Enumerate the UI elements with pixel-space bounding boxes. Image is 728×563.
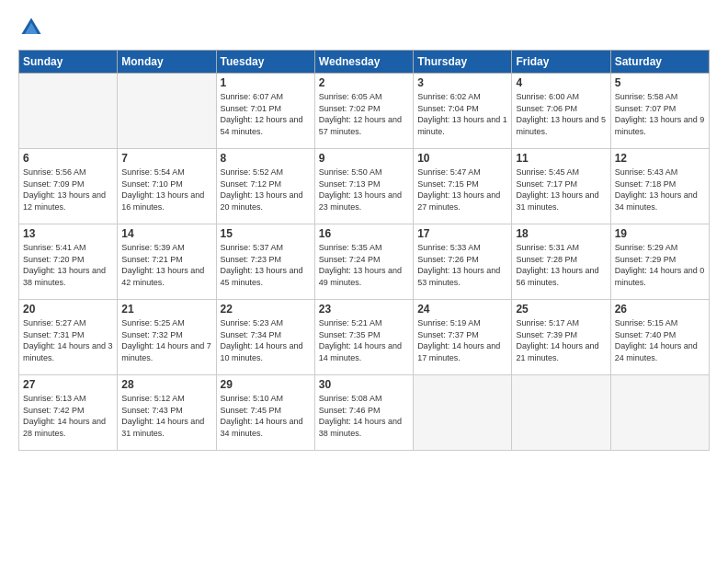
day-number: 17 — [417, 227, 507, 240]
day-number: 15 — [221, 227, 311, 240]
day-info: Sunrise: 5:15 AMSunset: 7:40 PMDaylight:… — [615, 317, 705, 363]
calendar-row: 1 Sunrise: 6:07 AMSunset: 7:01 PMDayligh… — [19, 74, 710, 149]
header-thursday: Thursday — [414, 51, 512, 74]
day-cell-5: 5 Sunrise: 5:58 AMSunset: 7:07 PMDayligh… — [610, 74, 709, 149]
day-info: Sunrise: 5:23 AMSunset: 7:34 PMDaylight:… — [221, 317, 311, 363]
day-info: Sunrise: 5:33 AMSunset: 7:26 PMDaylight:… — [417, 242, 507, 288]
weekday-header-row: Sunday Monday Tuesday Wednesday Thursday… — [19, 51, 710, 74]
day-number: 24 — [417, 303, 507, 316]
day-number: 23 — [319, 303, 409, 316]
day-number: 14 — [121, 227, 211, 240]
day-info: Sunrise: 6:07 AMSunset: 7:01 PMDaylight:… — [221, 91, 311, 137]
day-cell-15: 15 Sunrise: 5:37 AMSunset: 7:23 PMDaylig… — [216, 224, 314, 300]
day-number: 28 — [121, 378, 211, 391]
day-number: 29 — [221, 378, 311, 391]
day-info: Sunrise: 5:47 AMSunset: 7:15 PMDaylight:… — [417, 167, 507, 213]
day-info: Sunrise: 5:19 AMSunset: 7:37 PMDaylight:… — [417, 317, 507, 363]
day-number: 25 — [516, 303, 606, 316]
empty-cell — [118, 74, 216, 149]
day-cell-24: 24 Sunrise: 5:19 AMSunset: 7:37 PMDaylig… — [414, 300, 512, 375]
day-cell-4: 4 Sunrise: 6:00 AMSunset: 7:06 PMDayligh… — [512, 74, 610, 149]
day-cell-13: 13 Sunrise: 5:41 AMSunset: 7:20 PMDaylig… — [19, 224, 118, 300]
day-info: Sunrise: 5:08 AMSunset: 7:46 PMDaylight:… — [319, 393, 409, 439]
day-cell-7: 7 Sunrise: 5:54 AMSunset: 7:10 PMDayligh… — [118, 149, 216, 224]
day-info: Sunrise: 5:27 AMSunset: 7:31 PMDaylight:… — [23, 317, 113, 363]
day-info: Sunrise: 5:35 AMSunset: 7:24 PMDaylight:… — [319, 242, 409, 288]
day-cell-8: 8 Sunrise: 5:52 AMSunset: 7:12 PMDayligh… — [216, 149, 314, 224]
day-info: Sunrise: 5:50 AMSunset: 7:13 PMDaylight:… — [319, 167, 409, 213]
calendar-row: 20 Sunrise: 5:27 AMSunset: 7:31 PMDaylig… — [19, 300, 710, 375]
calendar-row: 13 Sunrise: 5:41 AMSunset: 7:20 PMDaylig… — [19, 224, 710, 300]
header-saturday: Saturday — [610, 51, 709, 74]
header-monday: Monday — [118, 51, 216, 74]
day-info: Sunrise: 5:58 AMSunset: 7:07 PMDaylight:… — [615, 91, 705, 137]
day-info: Sunrise: 5:52 AMSunset: 7:12 PMDaylight:… — [221, 167, 311, 213]
day-cell-30: 30 Sunrise: 5:08 AMSunset: 7:46 PMDaylig… — [314, 375, 413, 451]
day-number: 9 — [319, 152, 409, 165]
day-info: Sunrise: 6:02 AMSunset: 7:04 PMDaylight:… — [417, 91, 507, 137]
day-cell-9: 9 Sunrise: 5:50 AMSunset: 7:13 PMDayligh… — [314, 149, 413, 224]
day-number: 21 — [121, 303, 211, 316]
day-info: Sunrise: 5:56 AMSunset: 7:09 PMDaylight:… — [23, 167, 113, 213]
calendar-row: 27 Sunrise: 5:13 AMSunset: 7:42 PMDaylig… — [19, 375, 710, 451]
day-cell-25: 25 Sunrise: 5:17 AMSunset: 7:39 PMDaylig… — [512, 300, 610, 375]
empty-cell — [610, 375, 709, 451]
day-number: 4 — [516, 76, 606, 89]
day-info: Sunrise: 5:29 AMSunset: 7:29 PMDaylight:… — [615, 242, 705, 288]
day-cell-18: 18 Sunrise: 5:31 AMSunset: 7:28 PMDaylig… — [512, 224, 610, 300]
day-cell-28: 28 Sunrise: 5:12 AMSunset: 7:43 PMDaylig… — [118, 375, 216, 451]
day-number: 30 — [319, 378, 409, 391]
day-info: Sunrise: 5:54 AMSunset: 7:10 PMDaylight:… — [121, 167, 211, 213]
page: Sunday Monday Tuesday Wednesday Thursday… — [0, 0, 728, 563]
day-number: 6 — [23, 152, 113, 165]
day-info: Sunrise: 6:00 AMSunset: 7:06 PMDaylight:… — [516, 91, 606, 137]
day-info: Sunrise: 5:10 AMSunset: 7:45 PMDaylight:… — [221, 393, 311, 439]
header-friday: Friday — [512, 51, 610, 74]
day-cell-26: 26 Sunrise: 5:15 AMSunset: 7:40 PMDaylig… — [610, 300, 709, 375]
calendar-row: 6 Sunrise: 5:56 AMSunset: 7:09 PMDayligh… — [19, 149, 710, 224]
header-wednesday: Wednesday — [314, 51, 413, 74]
day-number: 20 — [23, 303, 113, 316]
day-number: 8 — [221, 152, 311, 165]
day-cell-10: 10 Sunrise: 5:47 AMSunset: 7:15 PMDaylig… — [414, 149, 512, 224]
day-cell-6: 6 Sunrise: 5:56 AMSunset: 7:09 PMDayligh… — [19, 149, 118, 224]
day-number: 7 — [121, 152, 211, 165]
day-info: Sunrise: 5:21 AMSunset: 7:35 PMDaylight:… — [319, 317, 409, 363]
day-cell-14: 14 Sunrise: 5:39 AMSunset: 7:21 PMDaylig… — [118, 224, 216, 300]
day-cell-17: 17 Sunrise: 5:33 AMSunset: 7:26 PMDaylig… — [414, 224, 512, 300]
day-info: Sunrise: 5:12 AMSunset: 7:43 PMDaylight:… — [121, 393, 211, 439]
day-info: Sunrise: 5:37 AMSunset: 7:23 PMDaylight:… — [221, 242, 311, 288]
logo — [18, 15, 46, 40]
calendar: Sunday Monday Tuesday Wednesday Thursday… — [18, 50, 710, 451]
header-sunday: Sunday — [19, 51, 118, 74]
day-cell-22: 22 Sunrise: 5:23 AMSunset: 7:34 PMDaylig… — [216, 300, 314, 375]
day-cell-2: 2 Sunrise: 6:05 AMSunset: 7:02 PMDayligh… — [314, 74, 413, 149]
day-number: 18 — [516, 227, 606, 240]
header-tuesday: Tuesday — [216, 51, 314, 74]
day-cell-11: 11 Sunrise: 5:45 AMSunset: 7:17 PMDaylig… — [512, 149, 610, 224]
day-number: 16 — [319, 227, 409, 240]
day-number: 3 — [417, 76, 507, 89]
header — [18, 15, 710, 40]
empty-cell — [512, 375, 610, 451]
day-cell-12: 12 Sunrise: 5:43 AMSunset: 7:18 PMDaylig… — [610, 149, 709, 224]
day-info: Sunrise: 5:25 AMSunset: 7:32 PMDaylight:… — [121, 317, 211, 363]
day-info: Sunrise: 5:13 AMSunset: 7:42 PMDaylight:… — [23, 393, 113, 439]
day-info: Sunrise: 5:39 AMSunset: 7:21 PMDaylight:… — [121, 242, 211, 288]
day-info: Sunrise: 5:41 AMSunset: 7:20 PMDaylight:… — [23, 242, 113, 288]
day-info: Sunrise: 5:31 AMSunset: 7:28 PMDaylight:… — [516, 242, 606, 288]
day-number: 27 — [23, 378, 113, 391]
day-info: Sunrise: 6:05 AMSunset: 7:02 PMDaylight:… — [319, 91, 409, 137]
empty-cell — [414, 375, 512, 451]
day-number: 11 — [516, 152, 606, 165]
day-info: Sunrise: 5:45 AMSunset: 7:17 PMDaylight:… — [516, 167, 606, 213]
day-info: Sunrise: 5:43 AMSunset: 7:18 PMDaylight:… — [615, 167, 705, 213]
logo-icon — [18, 15, 44, 40]
day-cell-19: 19 Sunrise: 5:29 AMSunset: 7:29 PMDaylig… — [610, 224, 709, 300]
day-cell-1: 1 Sunrise: 6:07 AMSunset: 7:01 PMDayligh… — [216, 74, 314, 149]
day-info: Sunrise: 5:17 AMSunset: 7:39 PMDaylight:… — [516, 317, 606, 363]
day-number: 2 — [319, 76, 409, 89]
day-number: 22 — [221, 303, 311, 316]
day-number: 12 — [615, 152, 705, 165]
day-number: 26 — [615, 303, 705, 316]
